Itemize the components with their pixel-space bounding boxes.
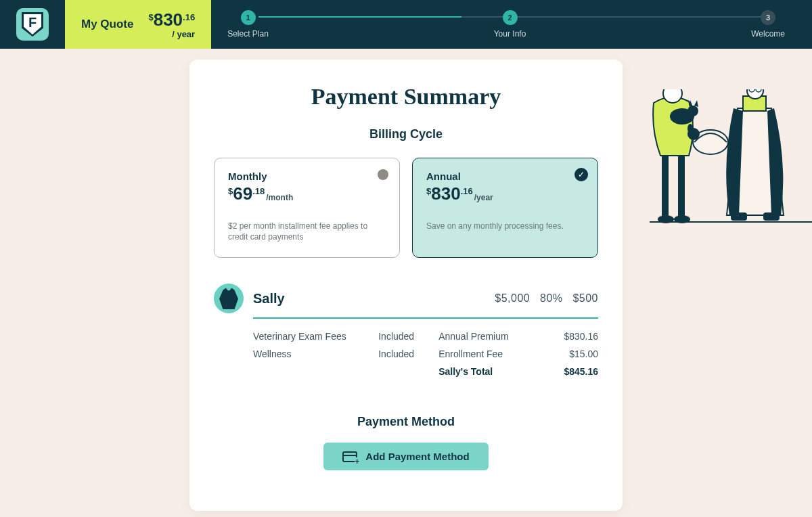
billing-option-annual[interactable]: ✓ Annual $ 830 .16 /year Save on any mon… bbox=[412, 158, 598, 258]
radio-unselected-icon bbox=[378, 169, 388, 180]
svg-point-13 bbox=[756, 89, 761, 92]
progress-stepper: 1 Select Plan 2 Your Info 3 Welcome bbox=[211, 0, 812, 49]
svg-point-3 bbox=[658, 215, 674, 223]
pet-summary-row: Sally $5,000 80% $500 bbox=[214, 284, 598, 313]
people-pets-illustration bbox=[650, 89, 812, 231]
add-payment-method-button[interactable]: Add Payment Method bbox=[323, 443, 488, 470]
check-circle-icon: ✓ bbox=[574, 168, 588, 181]
my-quote-tab[interactable]: My Quote $ 830 .16 / year bbox=[65, 0, 211, 49]
shield-f-icon bbox=[22, 12, 43, 37]
svg-rect-2 bbox=[678, 154, 685, 217]
payment-summary-card: Payment Summary Billing Cycle Monthly $ … bbox=[189, 60, 623, 511]
payment-method-title: Payment Method bbox=[214, 415, 598, 429]
quote-price: $ 830 .16 / year bbox=[148, 11, 195, 39]
credit-card-add-icon bbox=[342, 451, 357, 462]
svg-rect-15 bbox=[763, 212, 780, 221]
svg-rect-14 bbox=[731, 212, 747, 221]
svg-point-12 bbox=[749, 89, 754, 92]
logo-wrap bbox=[0, 0, 65, 49]
svg-point-16 bbox=[693, 130, 728, 154]
step-select-plan[interactable]: 1 Select Plan bbox=[227, 10, 269, 39]
svg-point-5 bbox=[663, 89, 682, 103]
page-title: Payment Summary bbox=[214, 84, 598, 110]
svg-marker-8 bbox=[689, 100, 693, 107]
svg-point-11 bbox=[747, 89, 763, 99]
coverage-summary: $5,000 80% $500 bbox=[495, 292, 598, 305]
header: My Quote $ 830 .16 / year 1 Select Plan … bbox=[0, 0, 812, 49]
pet-name: Sally bbox=[253, 291, 285, 307]
divider bbox=[253, 317, 598, 319]
step-welcome[interactable]: 3 Welcome bbox=[751, 10, 785, 39]
my-quote-label: My Quote bbox=[81, 18, 133, 31]
svg-marker-9 bbox=[694, 100, 698, 107]
pet-detail-grid: Veterinary Exam Fees Included Annual Pre… bbox=[253, 331, 598, 377]
billing-option-monthly[interactable]: Monthly $ 69 .18 /month $2 per month ins… bbox=[214, 158, 400, 258]
svg-point-7 bbox=[687, 106, 698, 116]
svg-rect-10 bbox=[743, 96, 766, 111]
step-your-info[interactable]: 2 Your Info bbox=[494, 10, 526, 39]
svg-point-18 bbox=[687, 124, 693, 133]
svg-point-17 bbox=[687, 128, 700, 140]
brand-logo[interactable] bbox=[16, 8, 49, 41]
svg-rect-1 bbox=[662, 154, 669, 217]
billing-cycle-title: Billing Cycle bbox=[214, 127, 598, 141]
pet-avatar-icon bbox=[214, 284, 244, 313]
svg-point-6 bbox=[670, 108, 694, 125]
svg-point-4 bbox=[674, 215, 690, 223]
